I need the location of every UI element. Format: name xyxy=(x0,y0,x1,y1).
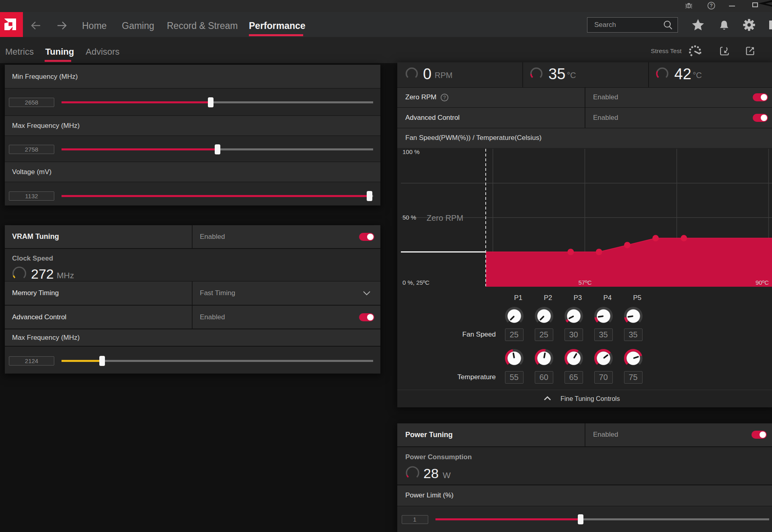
svg-text:?: ? xyxy=(443,95,446,101)
svg-text:?: ? xyxy=(710,3,712,8)
